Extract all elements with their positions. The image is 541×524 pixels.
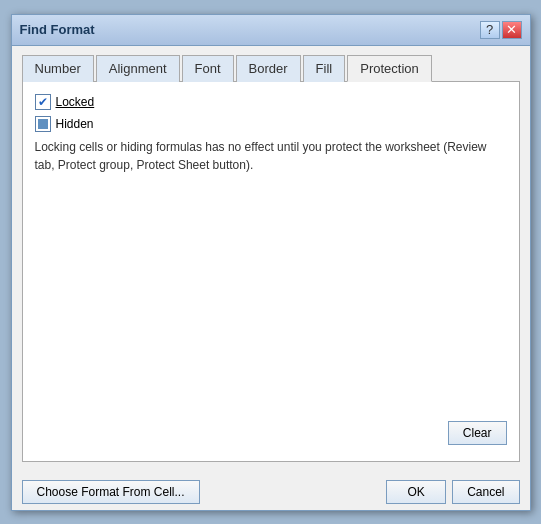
footer-right: OK Cancel [386, 480, 519, 504]
protection-content: ✔ Locked Hidden Locking cells or hiding … [35, 94, 507, 449]
dialog-body: Number Alignment Font Border Fill Protec… [12, 46, 530, 472]
close-icon: ✕ [506, 22, 517, 37]
protection-options: ✔ Locked Hidden Locking cells or hiding … [35, 94, 507, 174]
locked-checkbox[interactable]: ✔ [35, 94, 51, 110]
tab-content-protection: ✔ Locked Hidden Locking cells or hiding … [22, 82, 520, 462]
tab-alignment[interactable]: Alignment [96, 55, 180, 82]
locked-label[interactable]: Locked [56, 95, 95, 109]
dialog-title: Find Format [20, 22, 95, 37]
close-button[interactable]: ✕ [502, 21, 522, 39]
footer-left: Choose Format From Cell... [22, 480, 200, 504]
title-bar: Find Format ? ✕ [12, 15, 530, 46]
tab-bar: Number Alignment Font Border Fill Protec… [22, 54, 520, 82]
tab-border[interactable]: Border [236, 55, 301, 82]
tab-number[interactable]: Number [22, 55, 94, 82]
help-button[interactable]: ? [480, 21, 500, 39]
tab-protection[interactable]: Protection [347, 55, 432, 82]
indeterminate-icon [38, 119, 48, 129]
tab-font[interactable]: Font [182, 55, 234, 82]
cancel-button[interactable]: Cancel [452, 480, 519, 504]
title-bar-controls: ? ✕ [480, 21, 522, 39]
hidden-checkbox[interactable] [35, 116, 51, 132]
help-icon: ? [486, 22, 493, 37]
hidden-label[interactable]: Hidden [56, 117, 94, 131]
clear-button[interactable]: Clear [448, 421, 507, 445]
locked-row: ✔ Locked [35, 94, 507, 110]
find-format-dialog: Find Format ? ✕ Number Alignment Font Bo… [11, 14, 531, 511]
dialog-footer: Choose Format From Cell... OK Cancel [12, 472, 530, 510]
hidden-row: Hidden [35, 116, 507, 132]
choose-format-button[interactable]: Choose Format From Cell... [22, 480, 200, 504]
protection-info-text: Locking cells or hiding formulas has no … [35, 138, 495, 174]
tab-fill[interactable]: Fill [303, 55, 346, 82]
ok-button[interactable]: OK [386, 480, 446, 504]
check-icon: ✔ [38, 96, 48, 108]
clear-section: Clear [35, 421, 507, 449]
